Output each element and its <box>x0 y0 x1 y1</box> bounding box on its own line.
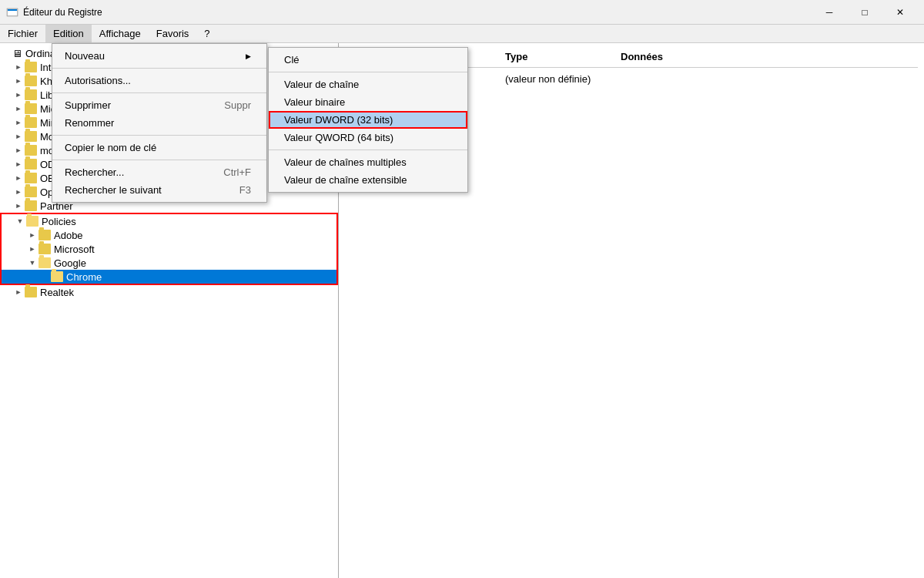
folder-icon-openssh <box>25 187 37 197</box>
folder-icon-chrome <box>51 271 63 282</box>
folder-icon-inter <box>25 62 37 72</box>
folder-icon-oem <box>25 173 37 183</box>
submenu-valeur-qword[interactable]: Valeur QWORD (64 bits) <box>269 129 467 146</box>
svg-rect-2 <box>8 9 17 11</box>
menu-aide[interactable]: ? <box>196 25 217 42</box>
folder-icon-partner <box>25 200 37 211</box>
entry-data: (valeur non définie) <box>505 72 912 86</box>
tree-item-policies[interactable]: ▼Policies <box>2 214 336 228</box>
window-title: Éditeur du Registre <box>23 7 812 18</box>
tree-item-microsoft2[interactable]: ►Microsoft <box>2 242 336 256</box>
submenu-valeur-chaines-multiples[interactable]: Valeur de chaînes multiples <box>269 153 467 171</box>
menu-item-rechercher-suivant[interactable]: Rechercher le suivant F3 <box>52 181 266 199</box>
submenu-sep1 <box>269 72 467 72</box>
col-data: Données <box>614 49 918 64</box>
folder-icon-microsoft2 <box>38 244 51 254</box>
folder-icon-odbc <box>25 159 37 170</box>
title-bar: Éditeur du Registre ─ □ ✕ <box>0 0 924 25</box>
folder-icon-minnetonka <box>25 117 37 128</box>
folder-icon-microsoft <box>25 103 37 114</box>
edition-sep4 <box>52 160 266 160</box>
edition-sep3 <box>52 135 266 136</box>
submenu-valeur-binaire[interactable]: Valeur binaire <box>269 93 467 111</box>
tree-label-microsoft2: Microsoft <box>54 244 95 255</box>
nouveau-submenu: Clé Valeur de chaîne Valeur binaire Vale… <box>268 47 468 193</box>
tree-item-chrome[interactable]: Chrome <box>2 270 336 284</box>
tree-item-google[interactable]: ▼Google <box>2 256 336 270</box>
folder-icon-google <box>38 257 51 268</box>
menu-item-rechercher[interactable]: Rechercher... Ctrl+F <box>52 163 266 181</box>
menu-item-autorisations[interactable]: Autorisations... <box>52 72 266 89</box>
tree-label-chrome: Chrome <box>66 271 102 283</box>
menu-fichier[interactable]: Fichier <box>0 25 45 42</box>
tree-label-adobe: Adobe <box>54 230 83 241</box>
edition-sep1 <box>52 68 266 69</box>
menu-item-renommer[interactable]: Renommer <box>52 114 266 132</box>
submenu-sep2 <box>269 150 467 150</box>
folder-icon-adobe <box>38 230 51 240</box>
close-button[interactable]: ✕ <box>882 0 918 25</box>
submenu-valeur-chaine[interactable]: Valeur de chaîne <box>269 76 467 93</box>
main-layout: 🖥Ordinateur►Inter►Khronos►LibreOffice►Mi… <box>0 43 924 578</box>
col-type: Type <box>499 49 614 64</box>
minimize-button[interactable]: ─ <box>812 0 847 25</box>
menu-bar: Fichier Edition Affichage Favoris ? <box>0 25 924 43</box>
tree-label-google: Google <box>54 257 86 269</box>
tree-label-realtek: Realtek <box>40 287 74 298</box>
submenu-valeur-chaine-extensible[interactable]: Valeur de chaîne extensible <box>269 171 467 189</box>
submenu-valeur-dword[interactable]: Valeur DWORD (32 bits) <box>269 111 467 129</box>
menu-affichage[interactable]: Affichage <box>92 25 149 42</box>
menu-item-supprimer[interactable]: Supprimer Suppr <box>52 96 266 114</box>
menu-item-copier[interactable]: Copier le nom de clé <box>52 139 266 156</box>
edition-dropdown: Nouveau Clé Valeur de chaîne Valeur bina… <box>52 43 267 203</box>
menu-favoris[interactable]: Favoris <box>149 25 197 42</box>
folder-icon-realtek <box>25 287 37 297</box>
computer-icon: 🖥 <box>12 48 22 59</box>
tree-item-adobe[interactable]: ►Adobe <box>2 228 336 242</box>
folder-icon-libreoffice <box>25 89 37 100</box>
folder-icon-mozilla-org <box>25 145 37 156</box>
window-controls: ─ □ ✕ <box>812 0 918 25</box>
menu-edition[interactable]: Edition <box>45 25 92 42</box>
tree-label-policies: Policies <box>42 216 76 227</box>
tree-item-realtek[interactable]: ►Realtek <box>0 285 338 299</box>
folder-icon-mozilla <box>25 131 37 142</box>
submenu-cle[interactable]: Clé <box>269 51 467 69</box>
menu-item-nouveau[interactable]: Nouveau Clé Valeur de chaîne Valeur bina… <box>52 47 266 65</box>
folder-icon-khronos <box>25 76 37 86</box>
app-icon <box>6 6 18 18</box>
maximize-button[interactable]: □ <box>847 0 882 25</box>
folder-icon-policies <box>26 216 38 227</box>
edition-sep2 <box>52 92 266 93</box>
edition-menu-popup: Nouveau Clé Valeur de chaîne Valeur bina… <box>52 43 267 203</box>
